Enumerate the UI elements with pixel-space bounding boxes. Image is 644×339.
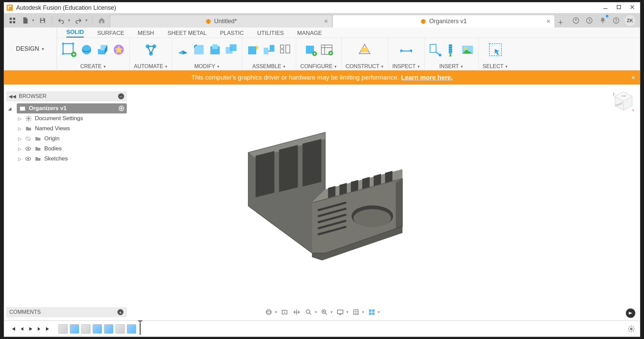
- tree-item-bodies[interactable]: ▷ Bodies: [15, 144, 127, 154]
- configure-icon[interactable]: [304, 43, 317, 56]
- data-panel-button[interactable]: [7, 15, 17, 26]
- measure-icon[interactable]: [398, 42, 414, 58]
- comments-header[interactable]: COMMENTS +: [6, 307, 127, 317]
- joint-icon[interactable]: [262, 43, 276, 56]
- active-component-radio[interactable]: [119, 106, 124, 111]
- emboss-icon[interactable]: [112, 43, 125, 56]
- warning-close-icon[interactable]: ×: [631, 74, 635, 82]
- construct-plane-icon[interactable]: [357, 42, 373, 58]
- ribbon-tab-manage[interactable]: MANAGE: [297, 30, 322, 38]
- document-tab-organizers[interactable]: Organizers v1 ×: [332, 15, 555, 28]
- add-comment-icon[interactable]: +: [117, 309, 123, 315]
- grid-settings-button[interactable]: [351, 307, 361, 317]
- press-pull-icon[interactable]: [176, 43, 190, 56]
- timeline-feature[interactable]: [93, 324, 102, 334]
- timeline-cursor[interactable]: [140, 323, 141, 335]
- close-button[interactable]: [629, 4, 635, 12]
- timeline-settings-button[interactable]: [627, 325, 635, 333]
- timeline-feature[interactable]: [70, 324, 79, 334]
- browser-options-icon[interactable]: –: [118, 93, 124, 99]
- ribbon-tab-sheetmetal[interactable]: SHEET METAL: [167, 30, 207, 38]
- browser-header[interactable]: ◀◀ BROWSER –: [6, 91, 127, 101]
- job-status-button[interactable]: [584, 15, 594, 26]
- feedback-badge[interactable]: [626, 308, 635, 318]
- tree-item-sketches[interactable]: ▷ Sketches: [15, 154, 127, 164]
- redo-button[interactable]: [73, 15, 84, 26]
- zoom-button[interactable]: [304, 307, 314, 317]
- create-sketch-icon[interactable]: [61, 42, 77, 58]
- collapse-icon[interactable]: ◀◀: [9, 94, 16, 99]
- tree-twisty-icon[interactable]: ▷: [17, 136, 22, 141]
- shell-icon[interactable]: [208, 43, 222, 56]
- file-menu[interactable]: [20, 15, 30, 26]
- timeline-end-button[interactable]: [44, 325, 52, 333]
- tree-root[interactable]: Organizers v1: [17, 103, 127, 113]
- help-button[interactable]: ?: [611, 15, 621, 26]
- tree-twisty-icon[interactable]: ▷: [17, 156, 22, 161]
- timeline-start-button[interactable]: [9, 325, 17, 333]
- timeline-step-fwd-button[interactable]: [35, 325, 44, 333]
- ribbon-tab-mesh[interactable]: MESH: [138, 30, 154, 38]
- viewport-layout-button[interactable]: [367, 307, 377, 317]
- fit-button[interactable]: [319, 307, 329, 317]
- ribbon-tab-solid[interactable]: SOLID: [66, 29, 84, 38]
- select-icon[interactable]: [487, 42, 503, 58]
- timeline-feature[interactable]: [104, 324, 113, 334]
- timeline-feature[interactable]: [81, 324, 91, 334]
- tree-item-origin[interactable]: ▷ Origin: [15, 134, 127, 144]
- tree-item-named-views[interactable]: ▷ Named Views: [15, 124, 127, 134]
- automate-icon[interactable]: [143, 42, 159, 58]
- new-tab-button[interactable]: +: [555, 17, 566, 28]
- insert-mcmaster-icon[interactable]: [445, 43, 458, 56]
- tree-twisty-icon[interactable]: ▷: [17, 146, 22, 151]
- display-settings-button[interactable]: [335, 307, 345, 317]
- ribbon-tab-surface[interactable]: SURFACE: [97, 30, 124, 38]
- maximize-button[interactable]: [616, 4, 622, 12]
- extensions-button[interactable]: [571, 15, 581, 26]
- insert-derive-icon[interactable]: [429, 43, 442, 56]
- new-component-icon[interactable]: [246, 43, 260, 56]
- fillet-icon[interactable]: [192, 43, 206, 56]
- minimize-button[interactable]: [602, 4, 608, 12]
- timeline-feature[interactable]: [58, 324, 68, 334]
- svg-rect-93: [354, 310, 359, 315]
- insert-decal-icon[interactable]: [461, 43, 474, 56]
- svg-rect-5: [10, 21, 12, 23]
- undo-button[interactable]: [56, 15, 66, 26]
- tree-twisty-icon[interactable]: ▷: [17, 126, 22, 131]
- look-at-button[interactable]: [279, 307, 289, 317]
- visibility-hidden-icon[interactable]: [25, 135, 32, 142]
- timeline-feature[interactable]: [115, 324, 125, 334]
- svg-rect-0: [7, 5, 13, 11]
- home-button[interactable]: [97, 15, 107, 26]
- workspace-label: DESIGN: [16, 45, 39, 52]
- tab-close-icon[interactable]: ×: [546, 17, 550, 25]
- model-viewport[interactable]: [235, 126, 409, 270]
- create-form-icon[interactable]: [80, 43, 93, 56]
- timeline-feature[interactable]: [127, 324, 136, 334]
- tree-item-document-settings[interactable]: ▷ Document Settings: [15, 113, 127, 124]
- visibility-icon[interactable]: [25, 155, 32, 162]
- warning-link[interactable]: Learn more here.: [401, 74, 453, 81]
- user-avatar[interactable]: ZK: [625, 15, 635, 26]
- pan-button[interactable]: [291, 307, 302, 317]
- tab-close-icon[interactable]: ×: [324, 17, 328, 25]
- align-icon[interactable]: [278, 43, 292, 56]
- canvas[interactable]: ◀◀ BROWSER – ◢ Organizers v1 ▷ Document …: [4, 85, 640, 321]
- ribbon-tab-utilities[interactable]: UTILITIES: [257, 30, 284, 38]
- combine-icon[interactable]: [224, 43, 238, 56]
- ribbon-tab-plastic[interactable]: PLASTIC: [220, 30, 244, 38]
- view-cube[interactable]: TOP FRONT z x: [612, 90, 635, 112]
- timeline-play-button[interactable]: [26, 325, 35, 333]
- workspace-selector[interactable]: DESIGN▼: [4, 28, 57, 70]
- orbit-button[interactable]: [264, 307, 274, 317]
- extrude-icon[interactable]: [96, 43, 109, 56]
- notifications-button[interactable]: [598, 15, 608, 26]
- tree-twisty-icon[interactable]: ◢: [8, 106, 11, 111]
- timeline-step-back-button[interactable]: [17, 325, 26, 333]
- visibility-icon[interactable]: [25, 145, 32, 152]
- manage-configs-icon[interactable]: [320, 43, 333, 56]
- document-tab-untitled[interactable]: Untitled* ×: [110, 15, 332, 28]
- tree-twisty-icon[interactable]: ▷: [17, 116, 22, 121]
- save-button[interactable]: [38, 15, 48, 26]
